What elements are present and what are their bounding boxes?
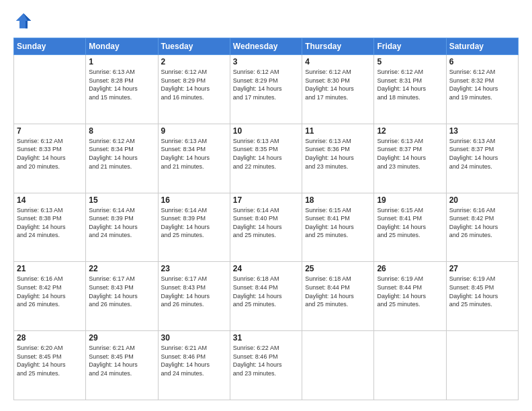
day-number: 14 — [17, 195, 83, 205]
day-number: 16 — [161, 195, 227, 205]
day-number: 7 — [17, 126, 83, 136]
day-info: Sunrise: 6:14 AM Sunset: 8:39 PM Dayligh… — [161, 206, 227, 240]
week-row-2: 7Sunrise: 6:12 AM Sunset: 8:33 PM Daylig… — [14, 124, 519, 193]
calendar-cell: 1Sunrise: 6:13 AM Sunset: 8:28 PM Daylig… — [86, 55, 158, 124]
day-info: Sunrise: 6:13 AM Sunset: 8:37 PM Dayligh… — [377, 137, 443, 171]
calendar-cell: 12Sunrise: 6:13 AM Sunset: 8:37 PM Dayli… — [374, 124, 446, 193]
week-row-3: 14Sunrise: 6:13 AM Sunset: 8:38 PM Dayli… — [14, 193, 519, 262]
calendar-cell — [14, 55, 86, 124]
day-number: 23 — [161, 264, 227, 273]
day-number: 11 — [305, 126, 371, 136]
calendar-cell: 22Sunrise: 6:17 AM Sunset: 8:43 PM Dayli… — [86, 262, 158, 331]
day-info: Sunrise: 6:13 AM Sunset: 8:35 PM Dayligh… — [233, 137, 299, 171]
week-row-1: 1Sunrise: 6:13 AM Sunset: 8:28 PM Daylig… — [14, 55, 519, 124]
day-number: 29 — [89, 333, 154, 342]
day-number: 18 — [305, 195, 371, 205]
day-info: Sunrise: 6:13 AM Sunset: 8:38 PM Dayligh… — [17, 206, 83, 240]
calendar-cell: 3Sunrise: 6:12 AM Sunset: 8:29 PM Daylig… — [230, 55, 302, 124]
day-info: Sunrise: 6:15 AM Sunset: 8:41 PM Dayligh… — [377, 206, 443, 240]
day-info: Sunrise: 6:18 AM Sunset: 8:44 PM Dayligh… — [305, 275, 371, 308]
day-info: Sunrise: 6:15 AM Sunset: 8:41 PM Dayligh… — [305, 206, 371, 240]
day-number: 6 — [449, 57, 515, 66]
day-number: 9 — [161, 126, 227, 136]
calendar-header-friday: Friday — [374, 38, 446, 55]
day-number: 26 — [377, 264, 443, 273]
calendar-cell — [302, 331, 374, 400]
page: SundayMondayTuesdayWednesdayThursdayFrid… — [0, 0, 532, 411]
day-info: Sunrise: 6:13 AM Sunset: 8:37 PM Dayligh… — [449, 137, 515, 171]
day-info: Sunrise: 6:12 AM Sunset: 8:34 PM Dayligh… — [89, 137, 154, 171]
day-number: 15 — [89, 195, 154, 205]
day-info: Sunrise: 6:21 AM Sunset: 8:46 PM Dayligh… — [161, 344, 227, 377]
day-number: 4 — [305, 57, 371, 66]
calendar-cell: 18Sunrise: 6:15 AM Sunset: 8:41 PM Dayli… — [302, 193, 374, 262]
day-number: 3 — [233, 57, 299, 66]
day-info: Sunrise: 6:14 AM Sunset: 8:39 PM Dayligh… — [89, 206, 154, 240]
calendar-cell: 2Sunrise: 6:12 AM Sunset: 8:29 PM Daylig… — [158, 55, 230, 124]
calendar-cell: 8Sunrise: 6:12 AM Sunset: 8:34 PM Daylig… — [86, 124, 158, 193]
calendar-cell: 7Sunrise: 6:12 AM Sunset: 8:33 PM Daylig… — [14, 124, 86, 193]
day-number: 12 — [377, 126, 443, 136]
header — [13, 11, 519, 31]
day-info: Sunrise: 6:12 AM Sunset: 8:30 PM Dayligh… — [305, 68, 371, 101]
calendar-cell: 13Sunrise: 6:13 AM Sunset: 8:37 PM Dayli… — [446, 124, 518, 193]
calendar-cell — [446, 331, 518, 400]
day-number: 22 — [89, 264, 154, 273]
day-info: Sunrise: 6:17 AM Sunset: 8:43 PM Dayligh… — [161, 275, 227, 308]
day-info: Sunrise: 6:18 AM Sunset: 8:44 PM Dayligh… — [233, 275, 299, 308]
calendar-cell: 17Sunrise: 6:14 AM Sunset: 8:40 PM Dayli… — [230, 193, 302, 262]
day-info: Sunrise: 6:19 AM Sunset: 8:44 PM Dayligh… — [377, 275, 443, 308]
day-info: Sunrise: 6:16 AM Sunset: 8:42 PM Dayligh… — [17, 275, 83, 308]
day-number: 28 — [17, 333, 83, 342]
calendar-header-monday: Monday — [86, 38, 158, 55]
week-row-5: 28Sunrise: 6:20 AM Sunset: 8:45 PM Dayli… — [14, 331, 519, 400]
day-number: 19 — [377, 195, 443, 205]
calendar-cell: 15Sunrise: 6:14 AM Sunset: 8:39 PM Dayli… — [86, 193, 158, 262]
day-number: 20 — [449, 195, 515, 205]
day-number: 5 — [377, 57, 443, 66]
logo — [13, 11, 36, 31]
day-info: Sunrise: 6:12 AM Sunset: 8:32 PM Dayligh… — [449, 68, 515, 101]
calendar-cell: 14Sunrise: 6:13 AM Sunset: 8:38 PM Dayli… — [14, 193, 86, 262]
day-info: Sunrise: 6:14 AM Sunset: 8:40 PM Dayligh… — [233, 206, 299, 240]
calendar-cell: 20Sunrise: 6:16 AM Sunset: 8:42 PM Dayli… — [446, 193, 518, 262]
calendar-cell — [374, 331, 446, 400]
calendar-table: SundayMondayTuesdayWednesdayThursdayFrid… — [13, 38, 519, 400]
day-info: Sunrise: 6:12 AM Sunset: 8:33 PM Dayligh… — [17, 137, 83, 171]
day-info: Sunrise: 6:12 AM Sunset: 8:29 PM Dayligh… — [161, 68, 227, 101]
day-number: 1 — [89, 57, 154, 66]
calendar-cell: 4Sunrise: 6:12 AM Sunset: 8:30 PM Daylig… — [302, 55, 374, 124]
calendar-cell: 6Sunrise: 6:12 AM Sunset: 8:32 PM Daylig… — [446, 55, 518, 124]
day-info: Sunrise: 6:13 AM Sunset: 8:36 PM Dayligh… — [305, 137, 371, 171]
day-number: 27 — [449, 264, 515, 273]
day-number: 17 — [233, 195, 299, 205]
calendar-cell: 19Sunrise: 6:15 AM Sunset: 8:41 PM Dayli… — [374, 193, 446, 262]
calendar-header-row: SundayMondayTuesdayWednesdayThursdayFrid… — [14, 38, 519, 55]
calendar-cell: 24Sunrise: 6:18 AM Sunset: 8:44 PM Dayli… — [230, 262, 302, 331]
day-number: 21 — [17, 264, 83, 273]
day-number: 10 — [233, 126, 299, 136]
day-info: Sunrise: 6:20 AM Sunset: 8:45 PM Dayligh… — [17, 344, 83, 377]
day-info: Sunrise: 6:19 AM Sunset: 8:45 PM Dayligh… — [449, 275, 515, 308]
day-info: Sunrise: 6:13 AM Sunset: 8:34 PM Dayligh… — [161, 137, 227, 171]
calendar-header-thursday: Thursday — [302, 38, 374, 55]
day-info: Sunrise: 6:17 AM Sunset: 8:43 PM Dayligh… — [89, 275, 154, 308]
day-info: Sunrise: 6:12 AM Sunset: 8:31 PM Dayligh… — [377, 68, 443, 101]
day-number: 30 — [161, 333, 227, 342]
calendar-cell: 27Sunrise: 6:19 AM Sunset: 8:45 PM Dayli… — [446, 262, 518, 331]
logo-icon — [13, 11, 34, 31]
day-number: 8 — [89, 126, 154, 136]
day-info: Sunrise: 6:12 AM Sunset: 8:29 PM Dayligh… — [233, 68, 299, 101]
calendar-header-saturday: Saturday — [446, 38, 518, 55]
calendar-cell: 28Sunrise: 6:20 AM Sunset: 8:45 PM Dayli… — [14, 331, 86, 400]
calendar-cell: 21Sunrise: 6:16 AM Sunset: 8:42 PM Dayli… — [14, 262, 86, 331]
day-info: Sunrise: 6:13 AM Sunset: 8:28 PM Dayligh… — [89, 68, 154, 101]
calendar-cell: 9Sunrise: 6:13 AM Sunset: 8:34 PM Daylig… — [158, 124, 230, 193]
day-number: 2 — [161, 57, 227, 66]
day-info: Sunrise: 6:16 AM Sunset: 8:42 PM Dayligh… — [449, 206, 515, 240]
calendar-cell: 30Sunrise: 6:21 AM Sunset: 8:46 PM Dayli… — [158, 331, 230, 400]
day-number: 31 — [233, 333, 299, 342]
calendar-header-tuesday: Tuesday — [158, 38, 230, 55]
day-number: 25 — [305, 264, 371, 273]
day-number: 13 — [449, 126, 515, 136]
